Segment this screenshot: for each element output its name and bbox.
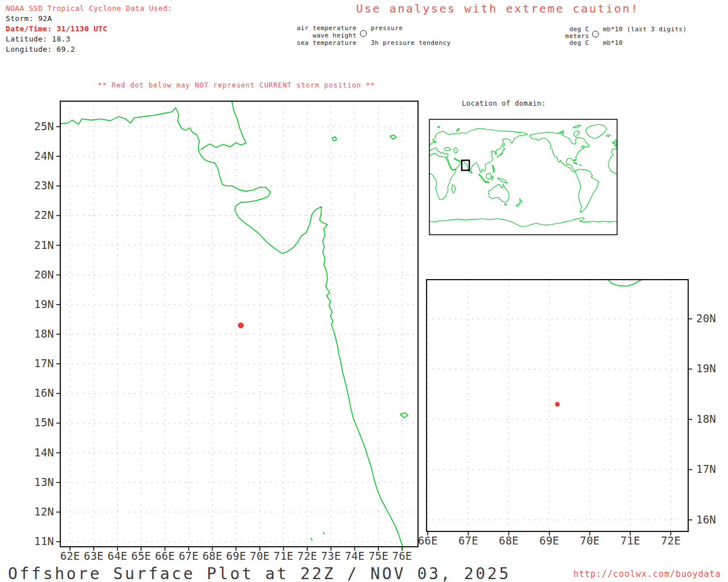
- y-tick-label: 19N: [34, 298, 54, 310]
- y-tick-label: 11N: [34, 535, 54, 547]
- y-tick-label: 18N: [34, 327, 54, 340]
- y-tick-label: 21N: [34, 239, 54, 251]
- caution-banner: Use analyses with extreme caution!: [356, 2, 639, 15]
- coastline: [400, 413, 408, 418]
- x-tick-label: 70E: [250, 550, 270, 562]
- y-tick-label: 22N: [34, 209, 54, 221]
- coastline: [311, 538, 312, 540]
- coastline: [606, 135, 610, 136]
- coastline: [576, 169, 599, 213]
- storm-id-label: Storm: 92A: [6, 14, 52, 23]
- coastline: [489, 184, 510, 202]
- coastline: [580, 165, 581, 165]
- coastline: [520, 199, 523, 203]
- coastline: [492, 165, 495, 172]
- coastline: [530, 132, 589, 172]
- x-tick-label: 72E: [661, 534, 681, 547]
- source-url: http://coolwx.com/buoydata: [573, 569, 721, 579]
- coastline: [573, 131, 580, 136]
- main-map: 62E63E64E65E66E67E68E69E70E71E72E73E74E7…: [34, 101, 418, 562]
- coastline: [498, 178, 507, 184]
- map-border: [429, 119, 617, 235]
- x-tick-label: 71E: [621, 534, 640, 547]
- y-tick-label: 16N: [34, 386, 54, 399]
- coastline: [437, 126, 440, 127]
- y-tick-label: 18N: [696, 413, 716, 425]
- inset-map: 66E67E68E69E70E71E72E16N17N18N19N20N: [418, 280, 716, 547]
- x-tick-label: 71E: [274, 550, 293, 562]
- legend-sea-temperature: sea temperature: [243, 39, 357, 47]
- coastline: [573, 125, 581, 128]
- y-tick-label: 20N: [34, 268, 54, 281]
- coastline: [479, 174, 485, 181]
- coastline: [608, 155, 617, 174]
- x-tick-label: 74E: [345, 550, 365, 562]
- storm-latitude-label: Latitude: 18.3: [6, 35, 71, 43]
- y-tick-label: 15N: [34, 416, 54, 429]
- coastline: [516, 203, 520, 207]
- coastline: [457, 128, 460, 132]
- coastline: [60, 108, 403, 547]
- legend-unit-mb10: mb*10: [603, 39, 623, 47]
- x-tick-label: 69E: [226, 550, 246, 562]
- x-tick-label: 68E: [499, 534, 519, 547]
- x-tick-label: 67E: [458, 534, 478, 547]
- coastline: [390, 135, 396, 139]
- x-tick-label: 66E: [155, 550, 175, 562]
- y-tick-label: 12N: [34, 505, 54, 518]
- y-tick-label: 25N: [34, 120, 54, 132]
- coastline: [429, 218, 617, 227]
- x-tick-label: 66E: [418, 534, 438, 547]
- station-circle-icon: [360, 30, 367, 37]
- coastline: [444, 148, 451, 151]
- coastline: [324, 532, 325, 534]
- legend-pressure-tendency: 3h pressure tendency: [371, 39, 450, 47]
- storm-position-warning: ** Red dot below may NOT represent CURRE…: [98, 81, 375, 89]
- coastline: [586, 124, 607, 139]
- legend-unit-degc-bottom: deg C: [475, 39, 589, 47]
- y-tick-label: 13N: [34, 476, 54, 488]
- x-tick-label: 75E: [369, 550, 388, 562]
- legend-unit-mb10-digits: mb*10 (last 3 digits): [603, 26, 686, 33]
- legend-air-temperature: air temperature: [243, 24, 357, 32]
- coastline: [452, 185, 455, 193]
- plot-title: Offshore Surface Plot at 22Z / NOV 03, 2…: [8, 564, 511, 582]
- x-tick-label: 65E: [131, 550, 151, 562]
- x-tick-label: 64E: [107, 550, 127, 562]
- y-tick-label: 16N: [696, 513, 716, 526]
- coastline: [503, 143, 504, 148]
- y-tick-label: 17N: [34, 357, 54, 369]
- coastline: [573, 163, 577, 164]
- coastline: [504, 203, 507, 205]
- offshore-surface-plot-page: 62E63E64E65E66E67E68E69E70E71E72E73E74E7…: [0, 0, 728, 582]
- coastline: [611, 149, 617, 154]
- world-map: [429, 119, 617, 235]
- x-tick-label: 62E: [60, 550, 80, 562]
- coastline: [486, 173, 491, 179]
- coastline: [485, 181, 489, 182]
- y-tick-label: 19N: [696, 362, 716, 375]
- coastline: [614, 140, 617, 145]
- coastline: [491, 176, 494, 180]
- coastline: [201, 101, 246, 150]
- y-tick-label: 17N: [696, 463, 716, 475]
- x-tick-label: 63E: [84, 550, 104, 562]
- x-tick-label: 67E: [179, 550, 198, 562]
- coastline: [608, 280, 643, 286]
- domain-location-label: Location of domain:: [462, 99, 546, 107]
- storm-position-dot: [555, 402, 560, 406]
- noaa-data-source-label: NOAA SSD Tropical Cyclone Data Used:: [6, 4, 172, 13]
- legend-pressure: pressure: [371, 24, 403, 32]
- x-tick-label: 69E: [539, 534, 559, 547]
- x-tick-label: 68E: [202, 550, 222, 562]
- y-tick-label: 23N: [34, 179, 54, 192]
- coastline: [429, 153, 456, 199]
- x-tick-label: 73E: [321, 550, 341, 562]
- storm-longitude-label: Longitude: 69.2: [6, 45, 75, 53]
- y-tick-label: 14N: [34, 446, 54, 459]
- coastline: [429, 128, 527, 173]
- y-tick-label: 24N: [34, 149, 54, 162]
- legend-wave-height: wave height: [243, 32, 357, 39]
- x-tick-label: 70E: [580, 534, 600, 547]
- storm-datetime-label: Date/Time: 31/1130 UTC: [6, 24, 107, 33]
